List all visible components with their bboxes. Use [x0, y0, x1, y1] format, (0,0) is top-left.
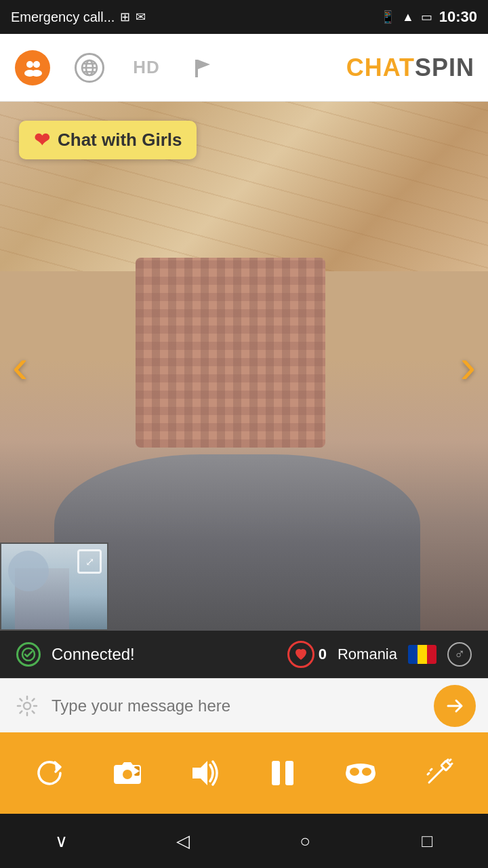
- svg-point-12: [24, 703, 30, 709]
- svg-rect-17: [285, 761, 293, 785]
- expand-symbol: ⤢: [85, 555, 94, 568]
- next-arrow[interactable]: ›: [460, 342, 476, 391]
- svg-marker-10: [198, 60, 210, 69]
- connected-dot: [16, 642, 41, 667]
- svg-marker-15: [192, 761, 207, 785]
- svg-line-25: [430, 769, 432, 770]
- light-fixture: [8, 551, 49, 591]
- refresh-btn[interactable]: [22, 746, 77, 800]
- hd-btn[interactable]: HD: [127, 49, 165, 87]
- mail-icon: ✉: [136, 9, 146, 24]
- status-bar: Emergency call... ⊞ ✉ 📱 ▲ ▭ 10:30: [0, 0, 488, 34]
- pause-btn[interactable]: [256, 746, 310, 800]
- flag-yellow: [418, 645, 427, 664]
- effects-btn[interactable]: [411, 746, 466, 800]
- svg-line-24: [449, 760, 451, 761]
- shirt: [54, 454, 420, 631]
- heart-count: 0: [287, 641, 327, 668]
- logo-spin: SPIN: [415, 54, 474, 81]
- svg-point-19: [362, 768, 371, 776]
- phone-icon: 📱: [380, 9, 395, 24]
- nav-back-btn[interactable]: ◁: [156, 824, 210, 858]
- flag-red: [427, 645, 436, 664]
- face-pixelated: [136, 258, 325, 448]
- svg-point-0: [26, 61, 33, 68]
- time-text: 10:30: [439, 8, 477, 26]
- nav-down-btn[interactable]: ∨: [34, 824, 88, 858]
- settings-icon-btn[interactable]: [12, 691, 42, 721]
- globe-icon-btn[interactable]: [70, 49, 108, 87]
- nav-home-icon: ○: [300, 831, 310, 852]
- self-view: ⤢: [0, 542, 108, 631]
- svg-point-3: [31, 70, 42, 77]
- battery-icon: ▭: [421, 9, 432, 24]
- svg-point-1: [33, 61, 40, 68]
- speaker-btn[interactable]: [178, 746, 232, 800]
- romania-flag: [408, 645, 436, 664]
- svg-point-13: [123, 770, 132, 779]
- people-icon-btn[interactable]: [14, 49, 52, 87]
- people-icon: [15, 50, 50, 85]
- nav-back-icon: ◁: [176, 831, 190, 852]
- nav-down-icon: ∨: [55, 831, 68, 852]
- globe-icon: [75, 53, 104, 83]
- svg-line-22: [447, 760, 448, 761]
- svg-line-23: [451, 764, 452, 765]
- flag-blue: [408, 645, 418, 664]
- chat-girls-label: Chat with Girls: [58, 130, 182, 151]
- emergency-call-text: Emergency call...: [11, 9, 115, 25]
- connected-text: Connected!: [52, 645, 135, 664]
- app-logo: CHATSPIN: [346, 54, 474, 82]
- sim-icon: ⊞: [120, 9, 130, 24]
- heart-icon: ❤: [34, 129, 49, 151]
- hd-label: HD: [133, 57, 160, 78]
- video-area: ❤ Chat with Girls ‹ › ⤢: [0, 102, 488, 631]
- svg-point-18: [350, 768, 359, 776]
- header: HD CHATSPIN: [0, 34, 488, 102]
- status-right-info: 0 Romania ♂: [287, 641, 472, 668]
- message-area: [0, 678, 488, 732]
- mask-btn[interactable]: [333, 746, 388, 800]
- expand-icon[interactable]: ⤢: [77, 549, 102, 574]
- svg-line-26: [428, 773, 429, 774]
- heart-badge: [287, 641, 314, 668]
- gender-symbol: ♂: [454, 646, 466, 663]
- country-label: Romania: [338, 646, 397, 663]
- action-bar: [0, 732, 488, 814]
- nav-recents-btn[interactable]: □: [400, 824, 454, 858]
- nav-home-btn[interactable]: ○: [278, 824, 332, 858]
- wifi-icon: ▲: [402, 10, 414, 24]
- status-left: Emergency call... ⊞ ✉: [11, 9, 146, 25]
- message-input[interactable]: [52, 688, 424, 724]
- camera-btn[interactable]: [100, 746, 155, 800]
- flag-btn[interactable]: [184, 49, 222, 87]
- svg-rect-9: [195, 60, 198, 77]
- logo-chat: CHAT: [346, 54, 415, 81]
- status-right: 📱 ▲ ▭ 10:30: [380, 8, 477, 26]
- gender-icon: ♂: [447, 642, 472, 667]
- android-nav-bar: ∨ ◁ ○ □: [0, 814, 488, 868]
- video-status-bar: Connected! 0 Romania ♂: [0, 631, 488, 678]
- nav-recents-icon: □: [422, 831, 432, 852]
- svg-rect-16: [272, 761, 280, 785]
- prev-arrow[interactable]: ‹: [12, 342, 28, 391]
- chat-girls-banner[interactable]: ❤ Chat with Girls: [19, 121, 197, 159]
- heart-count-num: 0: [319, 646, 327, 663]
- send-button[interactable]: [434, 685, 476, 727]
